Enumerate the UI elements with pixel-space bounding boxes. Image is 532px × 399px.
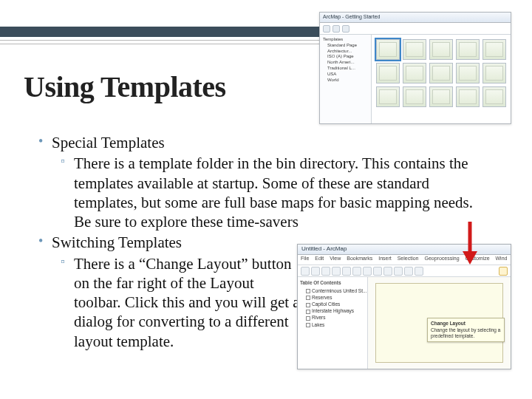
template-thumb[interactable]: [376, 86, 400, 107]
sub-text: There is a template folder in the bin di…: [74, 154, 473, 231]
template-thumb[interactable]: [482, 63, 506, 83]
tree-item[interactable]: World: [321, 78, 369, 83]
template-thumb[interactable]: [482, 39, 506, 60]
sub-text: There is a “Change Layout” button on the…: [74, 255, 300, 350]
gallery-tree: Templates Standard Page Architectur... I…: [320, 35, 372, 123]
menu-item[interactable]: Bookmarks: [347, 256, 372, 261]
toolbar-button[interactable]: [332, 25, 340, 33]
menu-item[interactable]: View: [330, 256, 341, 261]
menu-item[interactable]: Geoprocessing: [424, 256, 459, 261]
bullet-special-templates: Special Templates There is a template fo…: [38, 133, 494, 231]
page-title: Using Templates: [24, 69, 226, 104]
template-thumb[interactable]: [429, 63, 453, 83]
tree-item[interactable]: Templates: [321, 37, 369, 43]
template-thumb[interactable]: [403, 39, 426, 60]
tooltip-title: Change Layout: [431, 321, 501, 327]
toolbar-button[interactable]: [342, 267, 351, 276]
table-of-contents: Table Of Contents Conterminous United St…: [298, 277, 368, 369]
tooltip-body: Change the layout by selecting a predefi…: [431, 327, 501, 339]
map-canvas[interactable]: Change Layout Change the layout by selec…: [368, 277, 511, 369]
menu-item[interactable]: Wind: [496, 256, 508, 261]
toolbar-button[interactable]: [383, 267, 392, 276]
toolbar-button[interactable]: [311, 267, 320, 276]
bullet-label: Special Templates: [52, 134, 165, 151]
change-layout-button[interactable]: [499, 267, 508, 276]
template-thumb[interactable]: [403, 86, 426, 107]
layer-item[interactable]: Interstate Highways: [300, 307, 365, 314]
tree-item[interactable]: Traditional L...: [321, 66, 369, 72]
toolbar-button[interactable]: [394, 267, 403, 276]
template-thumb[interactable]: [456, 39, 480, 60]
arcmap-window: Untitled - ArcMap File Edit View Bookmar…: [297, 244, 511, 369]
toolbar-button[interactable]: [415, 267, 423, 276]
arcmap-menubar: File Edit View Bookmarks Insert Selectio…: [298, 255, 511, 265]
layer-item[interactable]: Rivers: [300, 314, 365, 321]
template-thumb[interactable]: [376, 39, 400, 60]
template-thumb[interactable]: [482, 86, 506, 107]
template-thumb[interactable]: [429, 39, 453, 60]
change-layout-tooltip: Change Layout Change the layout by selec…: [427, 318, 505, 342]
data-frame[interactable]: Conterminous United St...: [300, 287, 365, 294]
gallery-titlebar: ArcMap - Getting Started: [320, 13, 511, 23]
template-thumb[interactable]: [403, 63, 426, 83]
layer-item[interactable]: Lakes: [300, 321, 365, 328]
template-thumb[interactable]: [456, 63, 480, 83]
sub-item: There is a template folder in the bin di…: [52, 154, 494, 231]
toolbar-button[interactable]: [342, 25, 349, 33]
tree-item[interactable]: Standard Page: [321, 43, 369, 49]
layer-item[interactable]: Reserves: [300, 294, 365, 301]
template-thumb[interactable]: [376, 63, 400, 83]
tree-item[interactable]: USA: [321, 72, 369, 78]
toolbar-button[interactable]: [332, 267, 341, 276]
sub-item: There is a “Change Layout” button on the…: [52, 254, 303, 351]
layout-toolbar: [298, 265, 511, 277]
template-thumb[interactable]: [429, 86, 453, 107]
toolbar-button[interactable]: [373, 267, 382, 276]
toolbar-button[interactable]: [404, 267, 413, 276]
template-thumb[interactable]: [456, 86, 480, 107]
menu-item[interactable]: Selection: [398, 256, 419, 261]
layer-item[interactable]: Capitol Cities: [300, 301, 365, 307]
gallery-toolbar: [320, 23, 511, 35]
toolbar-button[interactable]: [363, 267, 372, 276]
menu-item[interactable]: Edit: [315, 256, 324, 261]
bullet-label: Switching Templates: [52, 233, 182, 251]
toc-header: Table Of Contents: [300, 279, 365, 286]
toolbar-button[interactable]: [352, 267, 361, 276]
tree-item[interactable]: North Ameri...: [321, 60, 369, 66]
toolbar-button[interactable]: [321, 267, 330, 276]
template-gallery-window: ArcMap - Getting Started Templates Stand…: [319, 12, 511, 124]
toolbar-button[interactable]: [323, 25, 330, 33]
toolbar-button[interactable]: [301, 267, 310, 276]
menu-item[interactable]: File: [301, 256, 309, 261]
menu-item[interactable]: Customize: [465, 256, 489, 261]
menu-item[interactable]: Insert: [378, 256, 392, 261]
tree-item[interactable]: ISO (A) Page: [321, 54, 369, 60]
tree-item[interactable]: Architectur...: [321, 49, 369, 55]
arcmap-titlebar: Untitled - ArcMap: [298, 245, 511, 255]
gallery-grid: [372, 35, 511, 123]
